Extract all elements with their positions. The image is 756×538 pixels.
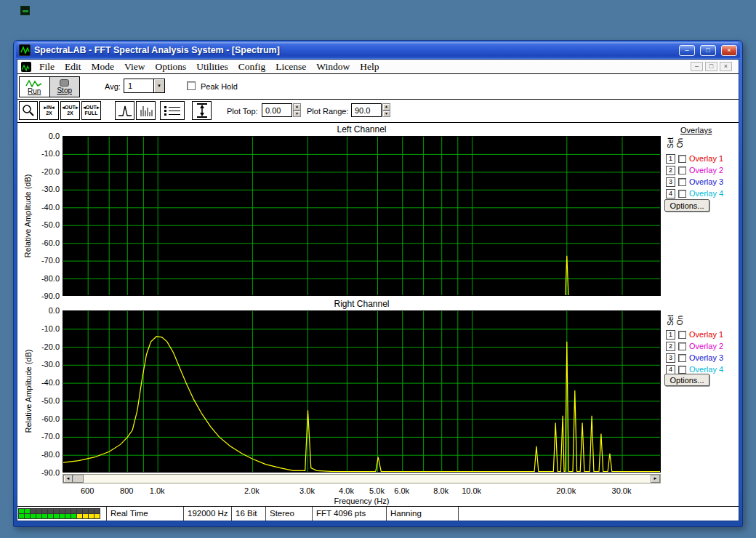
menu-item-license[interactable]: License bbox=[270, 60, 311, 73]
y-tick-label: -20.0 bbox=[41, 167, 60, 176]
peak-hold-label: Peak Hold bbox=[201, 82, 238, 91]
overlay-on-checkbox-3[interactable] bbox=[678, 178, 686, 186]
plot-top-input[interactable]: 0.00 bbox=[262, 103, 292, 117]
y-tick-label: -40.0 bbox=[41, 203, 60, 212]
overlay-set-button-4[interactable]: 4 bbox=[666, 365, 675, 374]
y-tick-label: 0.0 bbox=[49, 132, 60, 140]
overlay-set-button-1[interactable]: 1 bbox=[666, 154, 675, 164]
y-tick-label: -80.0 bbox=[41, 450, 60, 459]
app-waveform-icon bbox=[19, 44, 31, 56]
averages-value[interactable]: 1 bbox=[124, 79, 153, 92]
x-tick-label: 8.0k bbox=[425, 486, 457, 495]
scrollbar-thumb[interactable] bbox=[73, 475, 84, 483]
maximize-button[interactable]: □ bbox=[700, 45, 716, 56]
meter-cell bbox=[94, 514, 100, 518]
meter-cell bbox=[31, 509, 36, 513]
dropdown-arrow-icon[interactable]: ▼ bbox=[153, 79, 164, 92]
plot-top-spin-down[interactable]: ▼ bbox=[293, 111, 301, 118]
plot-top-spin-up[interactable]: ▲ bbox=[293, 103, 301, 111]
overlay-options-button[interactable]: Options... bbox=[664, 199, 709, 212]
menu-item-config[interactable]: Config bbox=[233, 60, 271, 73]
scroll-left-icon: ◄ bbox=[66, 476, 71, 481]
menu-item-edit[interactable]: Edit bbox=[60, 60, 87, 73]
menu-item-help[interactable]: Help bbox=[355, 60, 384, 73]
zoom-out-full-button[interactable]: ◂OUT▸ FULL bbox=[81, 101, 101, 120]
overlay-set-button-3[interactable]: 3 bbox=[666, 353, 675, 363]
menu-item-file[interactable]: File bbox=[34, 60, 60, 73]
overlay-on-column-label: On bbox=[676, 134, 684, 152]
overlay-set-button-2[interactable]: 2 bbox=[666, 342, 675, 351]
menu-item-view[interactable]: View bbox=[119, 60, 150, 73]
meter-cell bbox=[65, 514, 71, 518]
plot-range-input[interactable]: 90.0 bbox=[351, 103, 382, 117]
overlay-row: 3Overlay 3 bbox=[666, 176, 723, 188]
overlay-rows: 1Overlay 12Overlay 23Overlay 34Overlay 4 bbox=[666, 153, 723, 199]
overlay-on-checkbox-4[interactable] bbox=[678, 190, 686, 198]
meter-cell bbox=[54, 514, 59, 518]
menu-item-utilities[interactable]: Utilities bbox=[191, 60, 233, 73]
zoom-out-2x-button[interactable]: ◂OUT▸ 2X bbox=[60, 101, 80, 120]
meter-cell bbox=[65, 509, 71, 513]
zoom-cursor-button[interactable] bbox=[19, 101, 38, 120]
overlay-label: Overlay 4 bbox=[689, 365, 723, 374]
meter-cell bbox=[83, 514, 88, 518]
meter-cell bbox=[60, 514, 65, 518]
overlay-on-checkbox-3[interactable] bbox=[678, 354, 686, 362]
mdi-restore-button[interactable]: □ bbox=[705, 62, 717, 71]
zoom-out-full-label: ◂OUT▸ bbox=[84, 105, 100, 111]
overlay-panel-left-channel: Overlays Set On 1Overlay 12Overlay 23Ove… bbox=[664, 125, 743, 216]
scroll-left-button[interactable]: ◄ bbox=[63, 475, 73, 483]
frequency-scrollbar[interactable]: ◄ ► bbox=[63, 474, 661, 483]
stop-button[interactable]: Stop bbox=[49, 77, 80, 97]
left-channel-plot[interactable] bbox=[63, 136, 661, 296]
mdi-minimize-button[interactable]: – bbox=[691, 62, 703, 71]
averages-combobox[interactable]: 1 ▼ bbox=[124, 79, 165, 93]
overlay-on-checkbox-4[interactable] bbox=[678, 366, 686, 374]
overlay-on-checkbox-2[interactable] bbox=[678, 342, 686, 350]
meter-cell bbox=[71, 509, 76, 513]
peak-hold-checkbox[interactable] bbox=[187, 81, 196, 90]
overlay-set-button-3[interactable]: 3 bbox=[666, 177, 675, 187]
status-fields: Real Time192000 Hz16 BitStereoFFT 4096 p… bbox=[106, 507, 459, 521]
plot-range-spin-down[interactable]: ▼ bbox=[382, 111, 390, 118]
zoom-in-2x-button[interactable]: ▸IN◂ 2X bbox=[39, 101, 59, 120]
zoom-out-2x-sublabel: 2X bbox=[67, 111, 73, 116]
meter-cell bbox=[25, 514, 30, 518]
overlay-set-button-1[interactable]: 1 bbox=[666, 330, 675, 340]
menu-item-options[interactable]: Options bbox=[150, 60, 191, 73]
overlay-set-button-4[interactable]: 4 bbox=[666, 189, 675, 198]
menu-items: FileEditModeViewOptionsUtilitiesConfigLi… bbox=[34, 60, 691, 73]
right-channel-plot[interactable] bbox=[63, 310, 661, 473]
title-bar[interactable]: SpectraLAB - FFT Spectral Analysis Syste… bbox=[16, 42, 740, 58]
overlay-on-checkbox-1[interactable] bbox=[678, 331, 686, 339]
vertical-scale-button[interactable] bbox=[192, 101, 212, 120]
overlay-on-checkbox-1[interactable] bbox=[678, 155, 686, 163]
overlays-link[interactable]: Overlays bbox=[680, 126, 712, 134]
y-tick-label: -10.0 bbox=[41, 324, 60, 333]
x-tick-label: 800 bbox=[110, 486, 142, 495]
meter-cell bbox=[54, 509, 59, 513]
scroll-right-button[interactable]: ► bbox=[651, 475, 660, 483]
y-tick-label: -60.0 bbox=[41, 238, 60, 247]
overlay-row: 3Overlay 3 bbox=[666, 352, 723, 364]
bar-spectrum-mode-button[interactable] bbox=[136, 101, 156, 120]
status-field-5: FFT 4096 pts bbox=[312, 507, 386, 521]
meter-cell bbox=[19, 509, 24, 513]
overlay-set-button-2[interactable]: 2 bbox=[666, 166, 675, 175]
peak-curve-mode-button[interactable] bbox=[115, 101, 134, 120]
mdi-close-button[interactable]: × bbox=[720, 62, 732, 71]
close-button[interactable]: × bbox=[721, 45, 737, 56]
data-readout-mode-button[interactable] bbox=[160, 101, 185, 120]
x-tick-label: 3.0k bbox=[291, 486, 323, 495]
plot-range-spin-up[interactable]: ▲ bbox=[382, 103, 390, 111]
spin-up-icon: ▲ bbox=[295, 105, 299, 108]
minimize-button[interactable]: – bbox=[679, 45, 695, 56]
desktop-shortcut-icon[interactable] bbox=[20, 6, 30, 15]
run-button[interactable]: Run bbox=[20, 77, 49, 97]
plot-top-spinbox: 0.00 ▲ ▼ bbox=[262, 103, 301, 117]
menu-item-mode[interactable]: Mode bbox=[87, 60, 120, 73]
overlay-options-button[interactable]: Options... bbox=[664, 374, 709, 386]
overlay-on-checkbox-2[interactable] bbox=[678, 166, 686, 174]
status-field-1: Real Time bbox=[106, 507, 183, 521]
menu-item-window[interactable]: Window bbox=[311, 60, 355, 73]
